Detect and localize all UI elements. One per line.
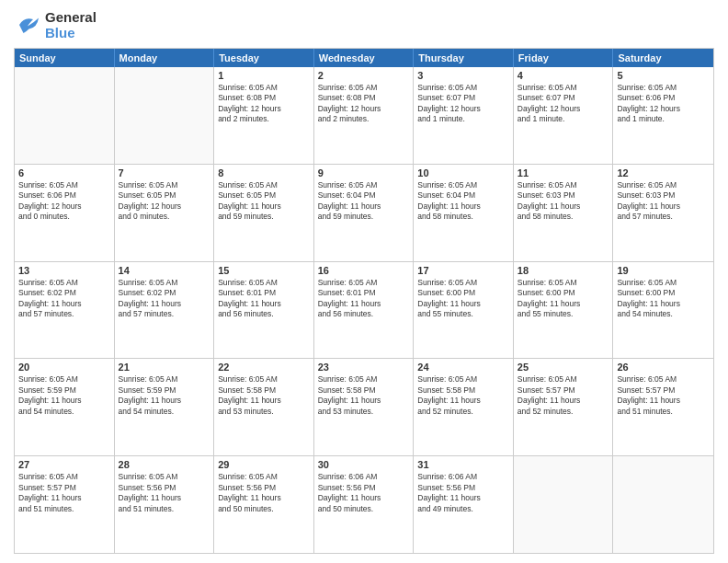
cell-info: Sunrise: 6:05 AM Sunset: 5:59 PM Dayligh… bbox=[119, 374, 210, 417]
cell-info: Sunrise: 6:05 AM Sunset: 6:04 PM Dayligh… bbox=[318, 180, 410, 223]
calendar-cell: 4Sunrise: 6:05 AM Sunset: 6:07 PM Daylig… bbox=[514, 67, 614, 164]
calendar-cell: 15Sunrise: 6:05 AM Sunset: 6:01 PM Dayli… bbox=[214, 262, 314, 359]
day-number: 8 bbox=[218, 167, 310, 178]
cell-info: Sunrise: 6:05 AM Sunset: 6:07 PM Dayligh… bbox=[518, 83, 609, 125]
calendar-cell: 27Sunrise: 6:05 AM Sunset: 5:57 PM Dayli… bbox=[15, 456, 115, 553]
day-number: 11 bbox=[518, 167, 609, 178]
day-number: 23 bbox=[318, 362, 410, 373]
calendar-cell bbox=[15, 67, 115, 164]
calendar-cell: 1Sunrise: 6:05 AM Sunset: 6:08 PM Daylig… bbox=[214, 67, 314, 164]
day-number: 18 bbox=[518, 265, 609, 276]
calendar-cell: 24Sunrise: 6:05 AM Sunset: 5:58 PM Dayli… bbox=[414, 359, 514, 455]
day-number: 15 bbox=[218, 265, 310, 276]
cell-info: Sunrise: 6:05 AM Sunset: 6:00 PM Dayligh… bbox=[417, 278, 509, 320]
day-number: 30 bbox=[318, 459, 410, 470]
header-day-wednesday: Wednesday bbox=[314, 49, 415, 67]
day-number: 21 bbox=[119, 362, 210, 373]
calendar-row-4: 27Sunrise: 6:05 AM Sunset: 5:57 PM Dayli… bbox=[15, 456, 713, 553]
header-day-tuesday: Tuesday bbox=[214, 49, 314, 67]
cell-info: Sunrise: 6:05 AM Sunset: 5:56 PM Dayligh… bbox=[218, 472, 310, 514]
day-number: 16 bbox=[318, 265, 410, 276]
calendar-cell: 26Sunrise: 6:05 AM Sunset: 5:57 PM Dayli… bbox=[613, 359, 713, 455]
day-number: 14 bbox=[119, 265, 210, 276]
cell-info: Sunrise: 6:05 AM Sunset: 6:05 PM Dayligh… bbox=[119, 180, 210, 223]
cell-info: Sunrise: 6:05 AM Sunset: 6:01 PM Dayligh… bbox=[218, 278, 310, 320]
day-number: 26 bbox=[617, 362, 710, 373]
calendar-cell: 28Sunrise: 6:05 AM Sunset: 5:56 PM Dayli… bbox=[115, 456, 215, 553]
calendar-cell: 23Sunrise: 6:05 AM Sunset: 5:58 PM Dayli… bbox=[314, 359, 415, 455]
calendar-cell: 14Sunrise: 6:05 AM Sunset: 6:02 PM Dayli… bbox=[115, 262, 215, 359]
day-number: 10 bbox=[417, 167, 509, 178]
day-number: 2 bbox=[318, 70, 410, 81]
cell-info: Sunrise: 6:05 AM Sunset: 5:57 PM Dayligh… bbox=[518, 374, 609, 417]
calendar-cell: 2Sunrise: 6:05 AM Sunset: 6:08 PM Daylig… bbox=[314, 67, 415, 164]
cell-info: Sunrise: 6:05 AM Sunset: 6:05 PM Dayligh… bbox=[218, 180, 310, 223]
calendar-body: 1Sunrise: 6:05 AM Sunset: 6:08 PM Daylig… bbox=[15, 67, 713, 553]
cell-info: Sunrise: 6:05 AM Sunset: 6:02 PM Dayligh… bbox=[18, 278, 110, 320]
day-number: 9 bbox=[318, 167, 410, 178]
calendar-cell: 3Sunrise: 6:05 AM Sunset: 6:07 PM Daylig… bbox=[414, 67, 514, 164]
cell-info: Sunrise: 6:05 AM Sunset: 6:00 PM Dayligh… bbox=[617, 278, 710, 320]
cell-info: Sunrise: 6:05 AM Sunset: 6:01 PM Dayligh… bbox=[318, 278, 410, 320]
calendar-row-1: 6Sunrise: 6:05 AM Sunset: 6:06 PM Daylig… bbox=[15, 165, 713, 262]
day-number: 6 bbox=[18, 167, 110, 178]
day-number: 29 bbox=[218, 459, 310, 470]
calendar-row-0: 1Sunrise: 6:05 AM Sunset: 6:08 PM Daylig… bbox=[15, 67, 713, 165]
cell-info: Sunrise: 6:05 AM Sunset: 6:03 PM Dayligh… bbox=[617, 180, 710, 223]
cell-info: Sunrise: 6:05 AM Sunset: 5:57 PM Dayligh… bbox=[18, 472, 110, 514]
calendar-row-3: 20Sunrise: 6:05 AM Sunset: 5:59 PM Dayli… bbox=[15, 359, 713, 456]
calendar-cell: 17Sunrise: 6:05 AM Sunset: 6:00 PM Dayli… bbox=[414, 262, 514, 359]
header-day-sunday: Sunday bbox=[15, 49, 115, 67]
calendar-cell: 7Sunrise: 6:05 AM Sunset: 6:05 PM Daylig… bbox=[115, 165, 215, 261]
calendar-cell: 11Sunrise: 6:05 AM Sunset: 6:03 PM Dayli… bbox=[514, 165, 614, 261]
calendar-cell: 30Sunrise: 6:06 AM Sunset: 5:56 PM Dayli… bbox=[314, 456, 415, 553]
day-number: 17 bbox=[417, 265, 509, 276]
calendar-cell: 19Sunrise: 6:05 AM Sunset: 6:00 PM Dayli… bbox=[613, 262, 713, 359]
header-day-monday: Monday bbox=[115, 49, 215, 67]
calendar-row-2: 13Sunrise: 6:05 AM Sunset: 6:02 PM Dayli… bbox=[15, 262, 713, 360]
calendar-cell: 12Sunrise: 6:05 AM Sunset: 6:03 PM Dayli… bbox=[613, 165, 713, 261]
cell-info: Sunrise: 6:05 AM Sunset: 5:56 PM Dayligh… bbox=[119, 472, 210, 514]
header-day-saturday: Saturday bbox=[613, 49, 713, 67]
cell-info: Sunrise: 6:05 AM Sunset: 6:03 PM Dayligh… bbox=[518, 180, 609, 223]
calendar-cell: 18Sunrise: 6:05 AM Sunset: 6:00 PM Dayli… bbox=[514, 262, 614, 359]
day-number: 24 bbox=[417, 362, 509, 373]
logo-text: General Blue bbox=[45, 9, 97, 40]
calendar-cell: 13Sunrise: 6:05 AM Sunset: 6:02 PM Dayli… bbox=[15, 262, 115, 359]
calendar-cell: 20Sunrise: 6:05 AM Sunset: 5:59 PM Dayli… bbox=[15, 359, 115, 455]
day-number: 27 bbox=[18, 459, 110, 470]
header-day-friday: Friday bbox=[514, 49, 614, 67]
cell-info: Sunrise: 6:05 AM Sunset: 6:08 PM Dayligh… bbox=[318, 83, 410, 125]
day-number: 3 bbox=[417, 70, 509, 81]
cell-info: Sunrise: 6:05 AM Sunset: 6:08 PM Dayligh… bbox=[218, 83, 310, 125]
calendar-cell: 6Sunrise: 6:05 AM Sunset: 6:06 PM Daylig… bbox=[15, 165, 115, 261]
day-number: 20 bbox=[18, 362, 110, 373]
calendar-cell: 16Sunrise: 6:05 AM Sunset: 6:01 PM Dayli… bbox=[314, 262, 415, 359]
day-number: 19 bbox=[617, 265, 710, 276]
cell-info: Sunrise: 6:05 AM Sunset: 6:06 PM Dayligh… bbox=[18, 180, 110, 223]
cell-info: Sunrise: 6:06 AM Sunset: 5:56 PM Dayligh… bbox=[318, 472, 410, 514]
logo: General Blue bbox=[14, 9, 97, 40]
day-number: 4 bbox=[518, 70, 609, 81]
calendar: SundayMondayTuesdayWednesdayThursdayFrid… bbox=[14, 48, 714, 554]
header-day-thursday: Thursday bbox=[414, 49, 514, 67]
cell-info: Sunrise: 6:05 AM Sunset: 5:59 PM Dayligh… bbox=[18, 374, 110, 417]
cell-info: Sunrise: 6:05 AM Sunset: 6:07 PM Dayligh… bbox=[417, 83, 509, 125]
day-number: 7 bbox=[119, 167, 210, 178]
day-number: 25 bbox=[518, 362, 609, 373]
cell-info: Sunrise: 6:05 AM Sunset: 6:04 PM Dayligh… bbox=[417, 180, 509, 223]
day-number: 28 bbox=[119, 459, 210, 470]
day-number: 22 bbox=[218, 362, 310, 373]
cell-info: Sunrise: 6:06 AM Sunset: 5:56 PM Dayligh… bbox=[417, 472, 509, 514]
calendar-cell bbox=[613, 456, 713, 553]
cell-info: Sunrise: 6:05 AM Sunset: 5:58 PM Dayligh… bbox=[218, 374, 310, 417]
cell-info: Sunrise: 6:05 AM Sunset: 5:57 PM Dayligh… bbox=[617, 374, 710, 417]
logo-icon bbox=[14, 11, 41, 39]
cell-info: Sunrise: 6:05 AM Sunset: 6:02 PM Dayligh… bbox=[119, 278, 210, 320]
calendar-cell: 25Sunrise: 6:05 AM Sunset: 5:57 PM Dayli… bbox=[514, 359, 614, 455]
header: General Blue bbox=[14, 9, 714, 40]
page: General Blue SundayMondayTuesdayWednesda… bbox=[0, 0, 728, 563]
calendar-cell: 8Sunrise: 6:05 AM Sunset: 6:05 PM Daylig… bbox=[214, 165, 314, 261]
calendar-cell: 9Sunrise: 6:05 AM Sunset: 6:04 PM Daylig… bbox=[314, 165, 415, 261]
calendar-cell bbox=[115, 67, 215, 164]
